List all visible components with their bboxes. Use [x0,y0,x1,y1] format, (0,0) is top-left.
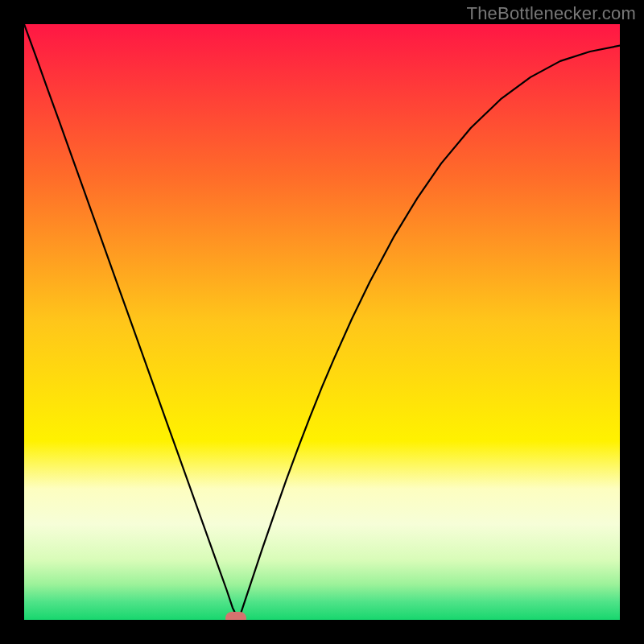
bottleneck-curve [24,24,620,620]
attribution-label: TheBottlenecker.com [467,3,636,24]
optimal-point-marker [225,612,246,620]
chart-frame: TheBottlenecker.com [0,0,644,644]
plot-area [24,24,620,620]
